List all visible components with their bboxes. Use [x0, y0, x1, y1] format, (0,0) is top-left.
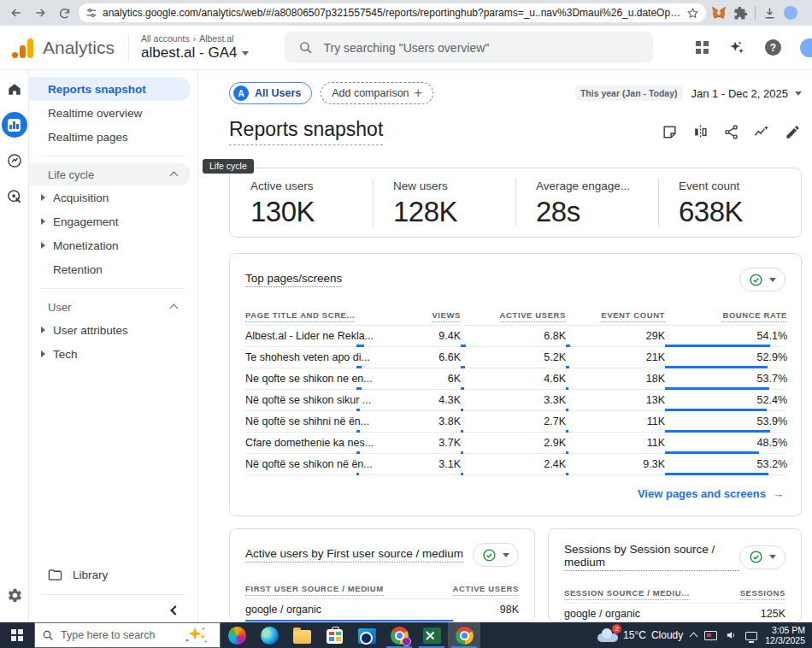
sidebar-item-acquisition[interactable]: Acquisition — [29, 186, 197, 209]
bounce_rate-cell: 54.1% — [665, 326, 787, 346]
ga-search-input[interactable]: Try searching "Users overview" — [285, 32, 653, 63]
check-circle-icon — [482, 548, 497, 563]
tray-expand-icon[interactable] — [690, 633, 698, 641]
edit-icon[interactable] — [783, 122, 802, 141]
url-text[interactable]: analytics.google.com/analytics/web/#/a80… — [103, 7, 681, 19]
data-quality-dropdown[interactable] — [739, 268, 786, 292]
taskbar-search-input[interactable]: Type here to search — [34, 622, 221, 648]
add-comparison-chip[interactable]: Add comparison + — [321, 82, 433, 104]
column-header[interactable]: PAGE TITLE AND SCRE... — [245, 310, 356, 320]
table-row: Në qoftë se shikon sikur ...4.3K3.3K13K5… — [245, 390, 786, 411]
views-cell: 4.3K — [356, 390, 461, 410]
data-quality-dropdown[interactable] — [739, 545, 786, 569]
notes-icon[interactable] — [660, 122, 679, 141]
forward-icon[interactable] — [31, 3, 50, 22]
active_users-cell: 5.2K — [461, 347, 566, 368]
sidebar-item-monetization[interactable]: Monetization — [29, 233, 197, 257]
bookmark-star-icon[interactable] — [686, 7, 699, 20]
reports-nav-icon[interactable] — [2, 112, 27, 138]
ga-profile-avatar[interactable] — [800, 38, 812, 57]
refresh-icon[interactable] — [55, 3, 74, 22]
admin-gear-icon[interactable] — [0, 587, 29, 604]
account-switcher[interactable]: All accounts › Albest.al albest.al - GA4 — [141, 33, 249, 62]
column-header[interactable]: VIEWS — [356, 310, 461, 320]
start-button[interactable] — [0, 622, 34, 648]
expand-arrow-icon — [41, 351, 45, 357]
sidebar-item-user-attributes[interactable]: User attributes — [29, 318, 197, 342]
data-quality-dropdown[interactable] — [473, 543, 519, 567]
taskbar-store-icon[interactable] — [318, 622, 350, 648]
share-icon[interactable] — [721, 122, 740, 141]
explore-icon[interactable] — [6, 152, 23, 169]
page-title-cell: Cfare domethenie ka nes... — [245, 437, 356, 449]
nav-rail — [0, 70, 29, 648]
section-header-life-cycle[interactable]: Life cycle — [29, 163, 191, 186]
breadcrumb-chevron: › — [193, 33, 197, 44]
taskbar-outlook-icon[interactable] — [350, 622, 383, 648]
sidebar-item-retention[interactable]: Retention — [29, 257, 197, 281]
metamask-extension-icon[interactable] — [711, 5, 727, 21]
date-preset-label: This year (Jan - Today) — [575, 85, 683, 101]
active_users-cell: 4.6K — [461, 368, 566, 389]
dimension-cell: google / organic — [564, 608, 640, 620]
gemini-sparkle-icon[interactable] — [727, 38, 746, 57]
downloads-icon[interactable] — [762, 6, 777, 21]
address-bar[interactable]: analytics.google.com/analytics/web/#/a80… — [79, 3, 706, 22]
column-header: ACTIVE USERS — [453, 584, 519, 593]
sidebar-item-realtime-overview[interactable]: Realtime overview — [29, 101, 191, 125]
sidebar-item-tech[interactable]: Tech — [29, 342, 197, 366]
taskbar-chrome-active-icon[interactable] — [448, 622, 480, 648]
profile-avatar-icon[interactable] — [784, 6, 797, 20]
advertising-icon[interactable] — [6, 188, 23, 205]
page-title: Reports snapshot — [229, 118, 383, 145]
metrics-summary-card: Active users 130K New users 128K Average… — [229, 168, 802, 238]
home-icon[interactable] — [6, 80, 23, 97]
volume-icon[interactable] — [725, 629, 738, 641]
table-row: Në qoftë se shikon në ën...3.1K2.4K9.3K5… — [245, 454, 786, 475]
sidebar-item-engagement[interactable]: Engagement — [29, 209, 197, 233]
collapse-sidebar-button[interactable] — [29, 607, 197, 614]
column-header[interactable]: BOUNCE RATE — [665, 310, 787, 320]
copilot-sparkle-icon — [182, 626, 208, 645]
taskbar-clock[interactable]: 3:05 PM 12/3/2025 — [765, 625, 805, 645]
table-row: Në qoftë se shihni në ën...3.8K2.7K11K53… — [245, 411, 786, 433]
metric-new-users: New users 128K — [373, 168, 515, 237]
back-icon[interactable] — [7, 3, 26, 22]
view-pages-link[interactable]: View pages and screens — [638, 487, 766, 500]
taskbar-search-placeholder: Type here to search — [61, 629, 155, 641]
active_users-cell: 2.4K — [461, 454, 566, 474]
taskbar-excel-icon[interactable] — [415, 622, 448, 648]
display-tray-icon[interactable] — [704, 631, 717, 640]
event_count-cell: 29K — [566, 326, 665, 346]
section-header-user[interactable]: User — [29, 296, 191, 318]
apps-grid-icon[interactable] — [696, 41, 709, 54]
extensions-puzzle-icon[interactable] — [733, 6, 748, 21]
page-title-cell: Në qoftë se shikon sikur ... — [245, 394, 356, 406]
site-settings-icon[interactable] — [85, 7, 97, 19]
taskbar-chrome-profile-icon[interactable] — [383, 622, 415, 648]
taskbar-copilot-icon[interactable] — [221, 622, 253, 648]
column-header[interactable]: EVENT COUNT — [566, 310, 665, 320]
plus-icon: + — [415, 86, 422, 100]
comparison-icon[interactable] — [691, 122, 709, 141]
taskbar-file-explorer-icon[interactable] — [285, 622, 318, 648]
all-users-chip[interactable]: A All Users — [229, 82, 312, 104]
taskbar-edge-icon[interactable] — [253, 622, 285, 648]
clock-date: 12/3/2025 — [765, 635, 805, 645]
weather-widget[interactable]: 2 15°C Cloudy — [597, 628, 683, 642]
property-caret-icon — [242, 51, 249, 56]
sidebar-item-reports-snapshot[interactable]: Reports snapshot — [29, 77, 191, 101]
sidebar-item-realtime-pages[interactable]: Realtime pages — [29, 125, 191, 149]
property-name[interactable]: albest.al - GA4 — [141, 44, 237, 62]
network-tray-icon[interactable] — [745, 632, 757, 640]
views-cell: 6K — [356, 368, 461, 389]
insights-icon[interactable] — [752, 122, 771, 141]
metric-active-users: Active users 130K — [230, 168, 373, 237]
table-row: google / organic 125K — [564, 604, 786, 622]
browser-toolbar: analytics.google.com/analytics/web/#/a80… — [0, 0, 812, 26]
caret-down-icon — [769, 278, 776, 282]
help-icon[interactable]: ? — [765, 39, 781, 56]
date-range-picker[interactable]: Jan 1 - Dec 2, 2025 — [691, 87, 802, 100]
column-header[interactable]: ACTIVE USERS — [461, 310, 566, 320]
sidebar-item-library[interactable]: Library — [29, 562, 197, 587]
